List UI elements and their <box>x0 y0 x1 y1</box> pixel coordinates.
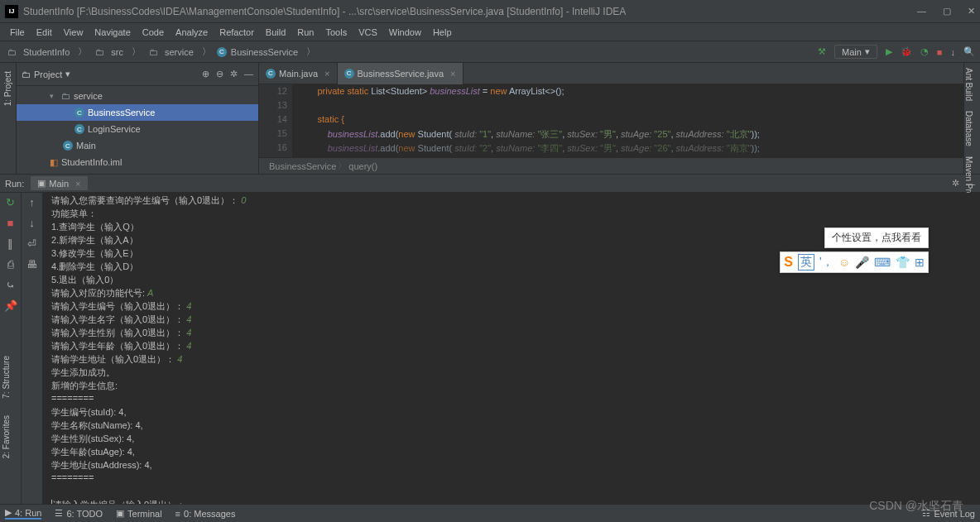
git-icon[interactable]: ↓ <box>951 47 956 57</box>
ime-skin-icon[interactable]: 👕 <box>896 256 910 269</box>
menu-file[interactable]: File <box>5 26 30 39</box>
project-tree[interactable]: ▾ 🗀 service C BusinessService C LoginSer… <box>17 86 258 172</box>
close-tab-icon[interactable]: × <box>324 69 329 79</box>
left-tool-stripe-lower: 7: Structure 2: Favorites <box>0 347 17 467</box>
build-icon[interactable]: ⚒ <box>818 46 826 57</box>
folder-icon: 🗀 <box>147 47 161 57</box>
menu-navigate[interactable]: Navigate <box>89 26 135 39</box>
tab-main[interactable]: C Main.java × <box>259 63 338 84</box>
ime-punct-icon[interactable]: '， <box>819 255 833 270</box>
tab-business-service[interactable]: C BusinessService.java × <box>338 63 464 84</box>
code-editor[interactable]: 1213141516 private static List<Student> … <box>259 84 963 157</box>
debug-icon[interactable]: 🐞 <box>901 46 912 57</box>
folder-icon: 🗀 <box>93 47 107 57</box>
tree-row-iml[interactable]: ◧ StudentInfo.iml <box>17 154 258 170</box>
menu-refactor[interactable]: Refactor <box>214 26 259 39</box>
list-icon: ☰ <box>55 508 63 519</box>
search-icon[interactable]: 🔍 <box>963 46 975 57</box>
chevron-down-icon: ▾ <box>865 46 870 57</box>
tree-row-main[interactable]: C Main <box>17 137 258 154</box>
minimize-icon[interactable]: — <box>917 6 926 17</box>
crumb-class[interactable]: BusinessService <box>228 47 300 57</box>
crumb-root[interactable]: StudentInfo <box>21 47 72 57</box>
crumb-service[interactable]: service <box>162 47 196 57</box>
ime-mic-icon[interactable]: 🎤 <box>855 256 869 269</box>
menu-code[interactable]: Code <box>137 26 169 39</box>
collapse-icon[interactable]: ⊕ <box>202 69 209 79</box>
sidebar-structure[interactable]: 7: Structure <box>0 347 12 407</box>
tree-row-service[interactable]: ▾ 🗀 service <box>17 88 258 104</box>
sidebar-ant[interactable]: Ant Build <box>964 63 973 106</box>
close-tab-icon[interactable]: × <box>450 69 455 79</box>
menu-edit[interactable]: Edit <box>31 26 57 39</box>
coverage-icon[interactable]: ◔ <box>920 46 929 57</box>
folder-icon: 🗀 <box>22 69 31 79</box>
hide-icon[interactable]: — <box>966 179 975 189</box>
bottom-tab-run[interactable]: ▶4: Run <box>5 507 41 520</box>
stop-icon[interactable]: ■ <box>937 47 943 57</box>
sidebar-favorites[interactable]: 2: Favorites <box>0 407 12 467</box>
run-tab-main[interactable]: ▣ Main × <box>31 176 87 190</box>
editor-tabs: C Main.java × C BusinessService.java × <box>259 63 963 84</box>
maximize-icon[interactable]: ▢ <box>943 6 951 17</box>
menu-view[interactable]: View <box>59 26 89 39</box>
ime-lang[interactable]: 英 <box>798 254 814 271</box>
dump-icon[interactable]: ⎙ <box>7 258 14 271</box>
print-icon[interactable]: 🖶 <box>26 258 37 271</box>
menu-help[interactable]: Help <box>428 26 457 39</box>
bottom-tab-messages[interactable]: ≡0: Messages <box>175 509 236 519</box>
bottom-tool-bar: ▶4: Run ☰6: TODO ▣Terminal ≡0: Messages … <box>0 504 980 522</box>
run-config-dropdown[interactable]: Main ▾ <box>834 45 877 59</box>
chevron-down-icon[interactable]: ▾ <box>50 92 58 100</box>
tree-row-login-service[interactable]: C LoginService <box>17 121 258 137</box>
menu-vcs[interactable]: VCS <box>353 26 382 39</box>
bottom-tab-terminal[interactable]: ▣Terminal <box>116 508 162 519</box>
sidebar-project[interactable]: 1: Project <box>3 63 12 114</box>
wrap-icon[interactable]: ⏎ <box>27 237 36 250</box>
run-icon[interactable]: ▶ <box>886 46 892 57</box>
close-tab-icon[interactable]: × <box>75 179 80 189</box>
hide-icon[interactable]: — <box>244 69 253 79</box>
menu-build[interactable]: Build <box>261 26 291 39</box>
up-icon[interactable]: ↑ <box>29 196 35 208</box>
bottom-tab-todo[interactable]: ☰6: TODO <box>55 508 103 519</box>
menu-window[interactable]: Window <box>384 26 426 39</box>
app-logo: IJ <box>5 5 18 18</box>
left-tool-stripe: 1: Project <box>0 63 17 174</box>
ime-keyboard-icon[interactable]: ⌨ <box>874 256 891 269</box>
rerun-icon[interactable]: ↻ <box>6 196 15 208</box>
stop-icon[interactable]: ■ <box>7 217 14 229</box>
app-icon: ▣ <box>37 178 46 189</box>
run-panel: Run: ▣ Main × ✲ — ↻ ■ ‖ ⎙ ⤿ 📌 ↑ ↓ ⏎ 🖶 请输… <box>0 174 980 504</box>
crumb-src[interactable]: src <box>108 47 126 57</box>
iml-icon: ◧ <box>50 157 58 168</box>
gear-icon[interactable]: ✲ <box>230 69 238 79</box>
editor-breadcrumb[interactable]: BusinessService 〉 query() <box>259 157 963 174</box>
tree-row-business-service[interactable]: C BusinessService <box>17 104 258 121</box>
ime-tool-icon[interactable]: ⊞ <box>915 256 925 269</box>
terminal-icon: ▣ <box>116 508 124 519</box>
target-icon[interactable]: ⊖ <box>216 69 223 79</box>
sogou-icon[interactable]: S <box>784 255 793 270</box>
watermark: CSDN @水坚石青 <box>869 499 963 514</box>
run-side-toolbar-2: ↑ ↓ ⏎ 🖶 <box>22 193 43 504</box>
down-icon[interactable]: ↓ <box>29 217 35 229</box>
close-icon[interactable]: ✕ <box>968 6 975 17</box>
ime-tooltip[interactable]: 个性设置，点我看看 <box>824 227 929 248</box>
right-tool-stripe: Ant Build Database Maven Projects <box>963 63 980 174</box>
exit-icon[interactable]: ⤿ <box>6 279 15 291</box>
breadcrumb[interactable]: 🗀 StudentInfo 〉 🗀 src 〉 🗀 service 〉 C Bu… <box>5 45 818 58</box>
project-panel-label[interactable]: 🗀 Project ▾ <box>22 69 197 79</box>
pause-icon[interactable]: ‖ <box>7 237 13 250</box>
run-label: Run: <box>5 179 24 189</box>
menu-analyze[interactable]: Analyze <box>171 26 213 39</box>
menu-tools[interactable]: Tools <box>320 26 352 39</box>
ime-emoji-icon[interactable]: ☺ <box>838 256 850 269</box>
sidebar-database[interactable]: Database <box>964 106 973 151</box>
gear-icon[interactable]: ✲ <box>952 178 959 189</box>
ime-toolbar[interactable]: S 英 '， ☺ 🎤 ⌨ 👕 ⊞ <box>780 251 929 273</box>
pin-icon[interactable]: 📌 <box>4 299 17 312</box>
menu-run[interactable]: Run <box>292 26 319 39</box>
class-icon: C <box>266 69 276 79</box>
class-icon: C <box>74 124 84 134</box>
